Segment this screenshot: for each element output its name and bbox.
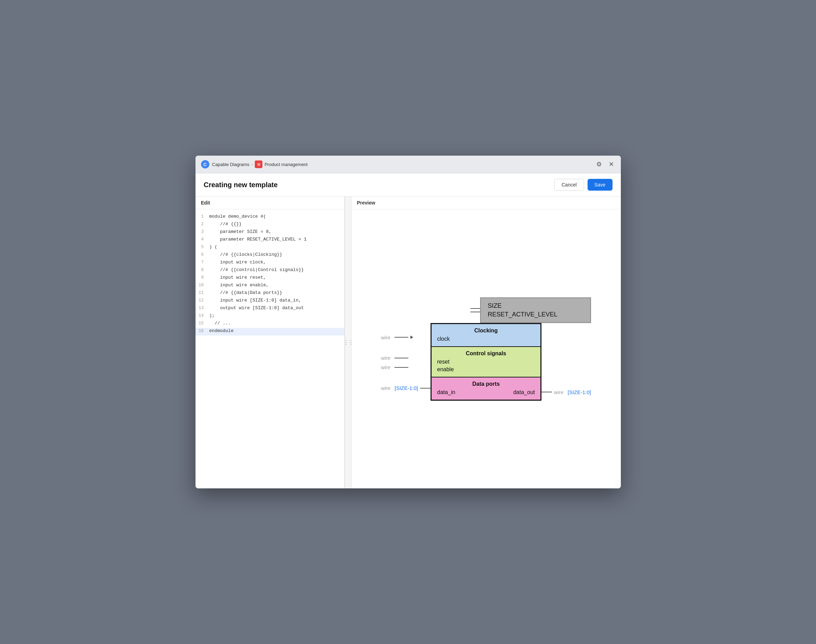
code-line-1: 1module demo_device #(	[195, 213, 344, 221]
line-number: 8	[195, 267, 209, 273]
breadcrumb-chevron: ›	[251, 162, 253, 167]
data-in-wire-text: wire	[381, 385, 391, 391]
right-wires: wire [SIZE-1:0]	[541, 323, 591, 401]
clock-port-row: clock	[437, 336, 535, 342]
clock-wire-label: wire	[381, 334, 391, 340]
line-number: 12	[195, 298, 209, 303]
code-line-14: 14);	[195, 313, 344, 320]
line-number: 13	[195, 305, 209, 311]
data-title: Data ports	[437, 381, 535, 387]
line-number: 15	[195, 320, 209, 326]
code-line-2: 2 //# {{}}	[195, 221, 344, 229]
code-line-12: 12 input wire [SIZE-1:0] data_in,	[195, 297, 344, 305]
line-content: parameter RESET_ACTIVE_LEVEL = 1	[209, 237, 307, 242]
enable-wire: wire	[381, 364, 431, 370]
diagram: SIZE RESET_ACTIVE_LEVEL	[381, 297, 591, 401]
data-in-port: data_in	[437, 389, 456, 396]
left-wires: wire wire wire	[381, 323, 431, 401]
data-out-wire: wire [SIZE-1:0]	[541, 389, 591, 395]
data-in-wire: wire [SIZE-1:0]	[381, 382, 431, 397]
modal: C Capable Diagrams › ⊞ Product managemen…	[195, 156, 621, 488]
app-logo: C	[201, 160, 209, 169]
clocking-title: Clocking	[437, 328, 535, 334]
param-size-row: SIZE	[488, 302, 583, 310]
clock-port-name: clock	[437, 336, 449, 342]
data-out-bus: [SIZE-1:0]	[568, 389, 591, 395]
line-content: endmodule	[209, 328, 234, 333]
line-number: 6	[195, 252, 209, 257]
line-number: 7	[195, 260, 209, 265]
preview-content: SIZE RESET_ACTIVE_LEVEL	[351, 209, 621, 488]
modal-title: Creating new template	[204, 181, 554, 189]
line-number: 1	[195, 214, 209, 219]
code-line-10: 10 input wire enable,	[195, 282, 344, 290]
line-number: 3	[195, 229, 209, 234]
module-box: Clocking clock Control signals reset	[431, 323, 541, 401]
preview-header: Preview	[351, 196, 621, 209]
control-title: Control signals	[437, 350, 535, 357]
params-box: SIZE RESET_ACTIVE_LEVEL	[480, 297, 591, 323]
edit-header: Edit	[195, 196, 344, 209]
titlebar: C Capable Diagrams › ⊞ Product managemen…	[195, 156, 621, 173]
preview-pane: Preview SIZE	[351, 196, 621, 488]
header-actions: Cancel Save	[554, 179, 612, 191]
code-line-6: 6 //# {{clocks|Clocking}}	[195, 251, 344, 259]
line-number: 9	[195, 275, 209, 280]
param-reset-label: RESET_ACTIVE_LEVEL	[488, 311, 557, 318]
param-size-label: SIZE	[488, 302, 502, 310]
code-line-8: 8 //# {{control|Control signals}}	[195, 267, 344, 274]
clock-wire: wire	[381, 327, 431, 344]
reset-wire-line	[394, 358, 408, 359]
code-line-9: 9 input wire reset,	[195, 274, 344, 282]
code-line-11: 11 //# {{data|Data ports}}	[195, 290, 344, 297]
data-ports-row: data_in data_out	[437, 389, 535, 396]
code-line-5: 5) (	[195, 244, 344, 251]
line-content: //# {{control|Control signals}}	[209, 267, 304, 273]
code-editor[interactable]: 1module demo_device #(2 //# {{}}3 parame…	[195, 209, 344, 488]
cancel-button[interactable]: Cancel	[554, 179, 584, 191]
line-content: ) (	[209, 244, 217, 250]
line-content: //# {{}}	[209, 221, 242, 227]
data-out-wire-text: wire	[554, 389, 564, 395]
reset-wire-label: wire	[381, 355, 391, 361]
param-reset-row: RESET_ACTIVE_LEVEL	[488, 311, 583, 318]
clock-wire-line	[394, 337, 408, 337]
enable-port-row: enable	[437, 366, 535, 373]
line-content: );	[209, 313, 215, 318]
reset-port-name: reset	[437, 359, 449, 365]
data-in-line	[420, 388, 431, 388]
close-button[interactable]: ✕	[607, 159, 615, 170]
line-number: 10	[195, 282, 209, 288]
reset-port-row: reset	[437, 359, 535, 365]
content-area: Edit 1module demo_device #(2 //# {{}}3 p…	[195, 196, 621, 488]
breadcrumb: Capable Diagrams › ⊞ Product management	[212, 161, 308, 168]
breadcrumb-item-2: Product management	[264, 162, 307, 167]
code-line-4: 4 parameter RESET_ACTIVE_LEVEL = 1	[195, 236, 344, 244]
divider-handle[interactable]: ⋮⋮	[345, 196, 351, 488]
product-icon: ⊞	[255, 161, 262, 168]
line-number: 16	[195, 328, 209, 333]
line-content: //# {{clocks|Clocking}}	[209, 252, 282, 257]
code-line-16: 16endmodule	[195, 328, 344, 336]
breadcrumb-item-1: Capable Diagrams	[212, 162, 250, 167]
save-button[interactable]: Save	[587, 179, 612, 191]
data-out-line	[541, 392, 552, 393]
settings-button[interactable]: ⚙	[595, 159, 603, 170]
code-line-13: 13 output wire [SIZE-1:0] data_out	[195, 305, 344, 313]
code-line-7: 7 input wire clock,	[195, 259, 344, 267]
clock-wire-arrow	[410, 336, 413, 339]
clocking-section: Clocking clock	[432, 324, 540, 347]
titlebar-actions: ⚙ ✕	[595, 159, 615, 170]
line-number: 5	[195, 244, 209, 250]
line-content: input wire clock,	[209, 260, 266, 265]
line-number: 14	[195, 313, 209, 318]
data-in-bus: [SIZE-1:0]	[394, 385, 418, 391]
modal-header: Creating new template Cancel Save	[195, 173, 621, 196]
edit-pane: Edit 1module demo_device #(2 //# {{}}3 p…	[195, 196, 345, 488]
data-section: Data ports data_in data_out	[432, 377, 540, 400]
code-line-3: 3 parameter SIZE = 8,	[195, 229, 344, 236]
code-line-15: 15 // ...	[195, 320, 344, 328]
enable-wire-line	[394, 367, 408, 368]
line-content: parameter SIZE = 8,	[209, 229, 271, 234]
module-row: wire wire wire	[381, 323, 591, 401]
